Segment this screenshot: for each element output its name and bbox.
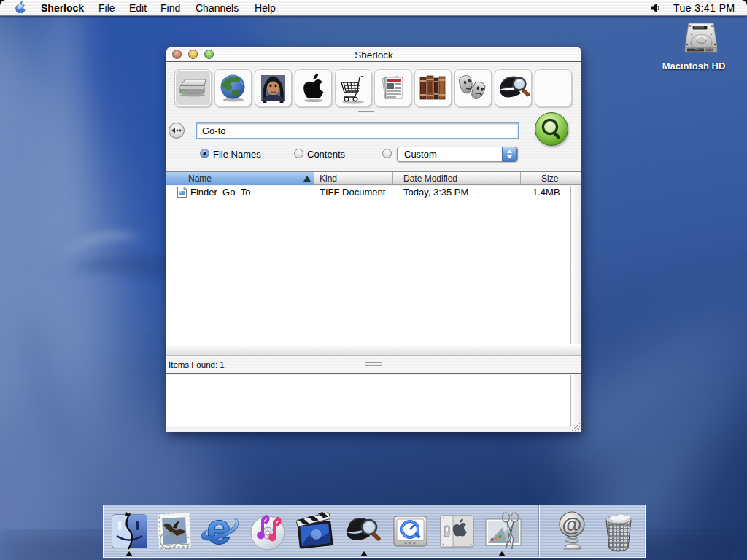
svg-text:@: @ <box>562 513 581 536</box>
